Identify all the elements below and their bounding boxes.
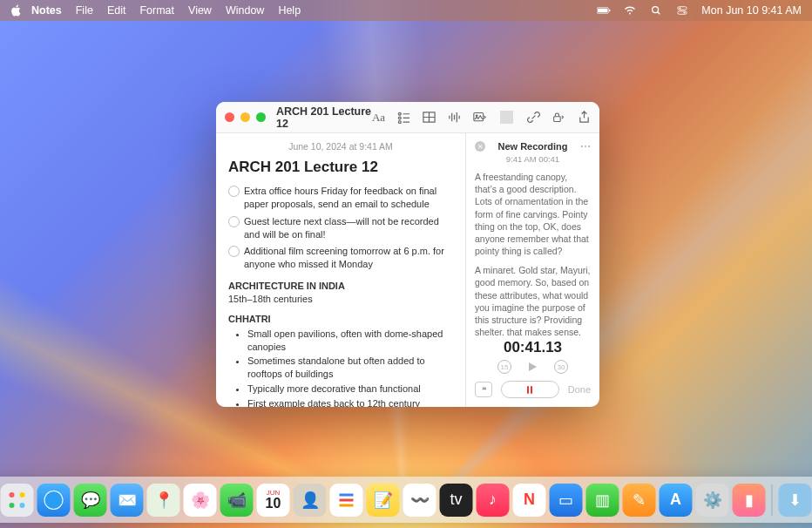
bullet-item: First example dates back to 12th century (247, 397, 453, 407)
window-minimize-button[interactable] (240, 112, 250, 122)
titlebar[interactable]: ARCH 201 Lecture 12 Aa (216, 102, 599, 133)
svg-rect-23 (474, 113, 484, 121)
transcript[interactable]: A freestanding canopy, that’s a good des… (475, 171, 591, 335)
media-button[interactable] (473, 111, 486, 124)
desktop: Notes File Edit Format View Window Help … (0, 0, 812, 528)
recording-title: New Recording (491, 141, 575, 152)
transcript-line: A minaret. Gold star, Mayuri, good memor… (475, 264, 591, 335)
section-subheading: 15th–18th centuries (228, 293, 453, 306)
dock-messages[interactable]: 💬 (74, 484, 107, 517)
svg-rect-5 (678, 7, 687, 10)
note-date: June 10, 2024 at 9:41 AM (228, 140, 453, 152)
svg-rect-6 (678, 11, 687, 14)
apple-menu-icon[interactable] (10, 4, 23, 17)
dock-downloads[interactable]: ⬇︎ (779, 484, 812, 517)
battery-icon[interactable] (597, 5, 611, 16)
menu-help[interactable]: Help (278, 4, 301, 17)
bullet-item: Sometimes standalone but often added to … (247, 355, 453, 381)
control-center-icon[interactable] (675, 5, 689, 16)
audio-button[interactable] (448, 111, 461, 124)
table-button[interactable] (423, 111, 436, 124)
dock-news[interactable]: N (513, 484, 546, 517)
dock-calendar[interactable]: JUN10 (257, 484, 290, 517)
menu-edit[interactable]: Edit (107, 4, 126, 17)
transcript-line: A freestanding canopy, that’s a good des… (475, 171, 591, 257)
dock-tv[interactable]: tv (440, 484, 473, 517)
window-title: ARCH 201 Lecture 12 (276, 105, 372, 130)
menubar: Notes File Edit Format View Window Help … (0, 0, 812, 21)
insert-transcript-button[interactable]: ❝ (475, 382, 492, 397)
wifi-icon[interactable] (623, 5, 637, 16)
checklist-item[interactable]: Guest lecture next class—will not be rec… (228, 215, 453, 241)
dock-settings[interactable]: ⚙️ (696, 484, 729, 517)
dock-contacts[interactable]: 👤 (294, 484, 327, 517)
section-heading: ARCHITECTURE IN INDIA (228, 280, 453, 293)
svg-rect-25 (554, 117, 561, 122)
note-editor[interactable]: June 10, 2024 at 9:41 AM ARCH 201 Lectur… (216, 133, 465, 407)
svg-point-28 (10, 503, 15, 508)
svg-point-8 (684, 12, 686, 14)
skip-back-button[interactable]: 15 (497, 360, 511, 374)
dock-maps[interactable]: 📍 (147, 484, 180, 517)
recording-timer: 00:41.13 (475, 339, 591, 356)
dock-facetime[interactable]: 📹 (220, 484, 254, 517)
pause-recording-button[interactable] (501, 381, 559, 398)
svg-point-24 (476, 115, 477, 117)
more-options-button[interactable]: ⋯ (580, 140, 591, 152)
recording-sidebar: ✕ New Recording ⋯ 9:41 AM 00:41 A freest… (465, 133, 599, 407)
dock-numbers[interactable]: ▥ (586, 484, 619, 517)
menu-window[interactable]: Window (226, 4, 264, 17)
lock-button[interactable] (552, 111, 565, 124)
dock-freeform[interactable]: 〰️ (403, 484, 436, 517)
skip-forward-button[interactable]: 30 (554, 360, 568, 374)
bullet-item: Small open pavilions, often with dome-sh… (247, 328, 453, 354)
dock-mail[interactable]: ✉️ (111, 484, 144, 517)
svg-point-27 (20, 492, 25, 498)
dock: 🙂 💬 ✉️ 📍 🌸 📹 JUN10 👤 📝 〰️ tv ♪ N ▭ ▥ ✎ A… (0, 477, 812, 523)
recording-meta: 9:41 AM 00:41 (475, 154, 591, 164)
dock-launchpad[interactable] (1, 484, 34, 517)
link-button[interactable] (527, 111, 540, 124)
section-heading: CHHATRI (228, 313, 453, 326)
notes-window: ARCH 201 Lecture 12 Aa June 10, 2024 at … (216, 102, 599, 407)
svg-point-9 (398, 112, 401, 115)
share-button[interactable] (578, 111, 591, 124)
svg-point-13 (398, 121, 401, 124)
menu-file[interactable]: File (76, 4, 93, 17)
svg-rect-1 (598, 9, 607, 13)
svg-point-11 (398, 117, 401, 119)
menubar-clock[interactable]: Mon Jun 10 9:41 AM (701, 4, 802, 17)
svg-line-4 (658, 12, 660, 15)
format-button[interactable]: Aa (372, 111, 385, 124)
dock-iphone-mirroring[interactable]: ▮ (733, 484, 766, 517)
note-title: ARCH 201 Lecture 12 (228, 158, 453, 178)
menu-format[interactable]: Format (139, 4, 174, 17)
done-button[interactable]: Done (568, 384, 591, 395)
dock-reminders[interactable] (330, 484, 363, 517)
checklist-item[interactable]: Additional film screening tomorrow at 6 … (228, 245, 453, 271)
close-sidebar-button[interactable]: ✕ (475, 141, 485, 152)
checklist-item[interactable]: Extra office hours Friday for feedback o… (228, 185, 453, 211)
dock-pages[interactable]: ✎ (623, 484, 656, 517)
svg-point-7 (680, 7, 681, 9)
dock-music[interactable]: ♪ (477, 484, 510, 517)
svg-rect-2 (609, 10, 610, 12)
svg-point-29 (20, 503, 25, 508)
menu-view[interactable]: View (188, 4, 212, 17)
play-button[interactable] (529, 362, 537, 371)
dock-appstore[interactable]: A (660, 484, 693, 517)
bullet-item: Typically more decorative than functiona… (247, 382, 453, 396)
app-menu[interactable]: Notes (31, 4, 62, 17)
spotlight-icon[interactable] (649, 5, 663, 16)
dock-keynote[interactable]: ▭ (550, 484, 583, 517)
window-zoom-button[interactable] (256, 112, 266, 122)
window-close-button[interactable] (225, 112, 234, 122)
svg-point-3 (653, 7, 659, 13)
dock-notes[interactable]: 📝 (367, 484, 400, 517)
checklist-button[interactable] (397, 111, 410, 124)
svg-point-26 (10, 492, 15, 498)
dock-photos[interactable]: 🌸 (184, 484, 217, 517)
dock-safari[interactable] (37, 484, 71, 517)
